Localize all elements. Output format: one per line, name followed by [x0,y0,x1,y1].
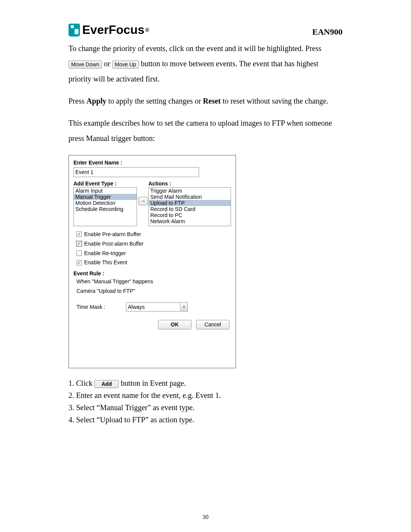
add-event-type-label: Add Event Type : [73,180,138,187]
steps-list: 1. Click Add button in Event page. 2. En… [68,377,342,425]
event-rule-text: Camera "Upload to FTP" [76,288,231,295]
ok-button[interactable]: OK [158,320,191,329]
actions-label: Actions : [148,180,231,187]
list-item[interactable]: Schedule Recording [74,206,137,212]
paragraph-text: This example describes how to set the ca… [68,115,342,146]
page-number: 30 [0,514,411,521]
list-item[interactable]: Record to SD Card [149,206,231,212]
actions-listbox[interactable]: Trigger Alarm Send Mail Notification Upl… [148,187,231,226]
time-mask-value: Always [126,304,180,311]
paragraph-text: or [104,59,112,68]
page-header: EverFocus® EAN900 [68,23,342,37]
brand-name: EverFocus [82,23,145,37]
checkbox-row: Enable Re-trigger [76,250,231,257]
step-text: button in Event page. [121,379,186,387]
enable-post-alarm-checkbox[interactable] [76,241,82,246]
cancel-button[interactable]: Cancel [196,320,229,329]
event-rule-text: When "Manual Trigger" happens [76,278,231,285]
step-item: 2. Enter an event name for the event, e.… [68,390,342,401]
paragraph-text: To change the priority of events, click … [68,44,322,53]
time-mask-select[interactable]: Always ▾ [126,302,188,312]
add-button[interactable]: Add [94,380,119,388]
paragraph-text: to reset without saving the change. [221,97,328,105]
step-item: 1. Click Add button in Event page. [68,377,342,389]
checkbox-row: Enable Pre-alarm Buffer [76,231,231,238]
enable-this-event-checkbox[interactable] [76,260,82,265]
list-item[interactable]: Alarm Input [74,188,137,194]
time-mask-row: Time Mask : Always ▾ [76,302,231,312]
brand-logo: EverFocus® [68,23,149,37]
step-item: 4. Select “Upload to FTP” as action type… [68,414,342,425]
product-id: EAN900 [312,27,342,37]
event-dialog: Enter Event Name : Add Event Type : Alar… [68,155,236,368]
enter-event-name-label: Enter Event Name : [73,159,231,166]
checkbox-label: Enable This Event [84,259,127,266]
list-item[interactable]: Manual Trigger [74,194,137,200]
move-up-button[interactable]: Move Up [112,61,139,69]
dialog-buttons: OK Cancel [73,320,229,329]
document-page: EverFocus® EAN900 To change the priority… [0,0,411,532]
list-item[interactable]: Motion Detection [74,200,137,206]
add-arrow-button[interactable]: ⇒ [139,197,148,205]
checkbox-row: Enable Post-alarm Buffer [76,240,231,248]
registered-mark: ® [145,27,149,33]
event-name-input[interactable] [73,167,199,177]
paragraph-text: Press [68,97,86,105]
checkbox-row: Enable This Event [76,259,231,266]
list-item[interactable]: Send Mail Notification [149,194,231,200]
paragraph-text: to apply the setting changes or [106,97,203,105]
reset-label: Reset [203,97,221,105]
event-rule-label: Event Rule : [73,270,231,277]
list-item[interactable]: Upload to FTP [149,200,231,206]
step-item: 3. Select “Manual Trigger” as event type… [68,402,342,413]
time-mask-label: Time Mask : [76,304,126,311]
checkbox-label: Enable Re-trigger [84,250,126,257]
enable-pre-alarm-checkbox[interactable] [76,232,82,237]
event-type-listbox[interactable]: Alarm Input Manual Trigger Motion Detect… [73,187,137,226]
chevron-down-icon[interactable]: ▾ [180,303,187,311]
checkbox-label: Enable Post-alarm Buffer [84,240,143,248]
checkbox-label: Enable Pre-alarm Buffer [84,231,141,238]
apply-label: Apply [86,97,106,105]
step-text: 1. Click [68,379,94,387]
move-down-button[interactable]: Move Down [68,61,102,69]
enable-retrigger-checkbox[interactable] [76,251,82,256]
list-item[interactable]: Trigger Alarm [149,188,231,194]
brand-logo-icon [68,24,80,37]
list-item[interactable]: Network Alarm [149,218,231,224]
body-text: To change the priority of events, click … [68,41,342,146]
list-item[interactable]: Record to PC [149,212,231,218]
